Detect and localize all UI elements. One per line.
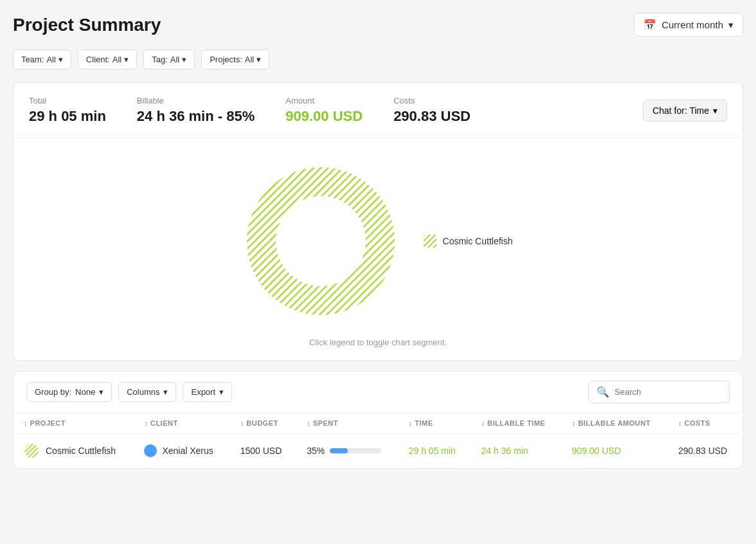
chat-button[interactable]: Chat for: Time ▾ — [643, 100, 727, 122]
svg-rect-4 — [424, 235, 437, 248]
col-project[interactable]: ↕ PROJECT — [14, 413, 134, 434]
search-icon: 🔍 — [597, 386, 609, 398]
projects-table: ↕ PROJECT ↕ CLIENT ↕ BUDGET ↕ SPENT ↕ — [14, 413, 742, 468]
sort-icon: ↕ — [307, 419, 310, 427]
total-stat: Total 29 h 05 min — [29, 96, 106, 125]
client-filter-value: All — [113, 55, 122, 64]
col-billable-amount[interactable]: ↕ BILLABLE AMOUNT — [562, 413, 668, 434]
chart-legend-item[interactable]: Cosmic Cuttlefish — [424, 235, 513, 248]
costs-label: Costs — [393, 96, 471, 105]
filter-bar: Team: All ▾ Client: All ▾ Tag: All ▾ Pro… — [13, 50, 743, 69]
tag-filter[interactable]: Tag: All ▾ — [143, 50, 195, 69]
project-name: Cosmic Cuttlefish — [46, 446, 116, 456]
chevron-down-icon: ▾ — [728, 19, 734, 31]
chevron-down-icon: ▾ — [219, 387, 224, 397]
svg-point-2 — [276, 196, 366, 286]
team-filter-value: All — [46, 55, 55, 64]
chevron-down-icon: ▾ — [256, 55, 261, 64]
projects-filter-label: Projects: — [210, 55, 242, 64]
team-filter[interactable]: Team: All ▾ — [13, 50, 71, 69]
legend-icon — [424, 235, 437, 248]
project-cell: Cosmic Cuttlefish — [14, 434, 134, 468]
legend-label: Cosmic Cuttlefish — [443, 236, 513, 246]
chevron-down-icon: ▾ — [59, 55, 63, 64]
chevron-down-icon: ▾ — [182, 55, 186, 64]
chevron-down-icon: ▾ — [99, 387, 104, 397]
client-filter[interactable]: Client: All ▾ — [78, 50, 137, 69]
total-label: Total — [29, 96, 106, 105]
summary-stats: Total 29 h 05 min Billable 24 h 36 min -… — [14, 83, 742, 138]
progress-bar — [330, 448, 381, 453]
chevron-down-icon: ▾ — [124, 55, 129, 64]
sort-icon: ↕ — [572, 419, 576, 427]
amount-value: 909.00 USD — [285, 108, 363, 125]
period-label: Current month — [662, 19, 723, 30]
donut-chart[interactable] — [244, 164, 398, 318]
amount-label: Amount — [285, 96, 363, 105]
chart-hint: Click legend to toggle chart segment. — [309, 338, 447, 347]
project-icon — [24, 443, 39, 458]
sort-icon: ↕ — [144, 419, 148, 427]
table-toolbar: Group by: None ▾ Columns ▾ Export ▾ 🔍 — [14, 372, 742, 413]
sort-icon: ↕ — [240, 419, 244, 427]
chat-button-label: Chat for: Time — [652, 105, 709, 116]
svg-point-6 — [24, 444, 39, 458]
budget-cell: 1500 USD — [230, 434, 296, 468]
search-box[interactable]: 🔍 — [588, 381, 730, 403]
tag-filter-value: All — [170, 55, 179, 64]
amount-stat: Amount 909.00 USD — [285, 96, 363, 125]
chevron-down-icon: ▾ — [713, 105, 717, 116]
client-avatar — [144, 444, 157, 457]
chart-area: Cosmic Cuttlefish Click legend to toggle… — [14, 138, 742, 360]
spent-cell: 35% — [296, 434, 399, 468]
projects-filter-value: All — [245, 55, 254, 64]
costs-stat: Costs 290.83 USD — [393, 96, 471, 125]
search-input[interactable] — [615, 387, 721, 397]
client-cell: Xenial Xerus — [134, 434, 230, 468]
calendar-icon: 📅 — [644, 19, 656, 31]
sort-icon: ↕ — [409, 419, 413, 427]
columns-button[interactable]: Columns ▾ — [118, 382, 176, 402]
costs-cell: 290.83 USD — [668, 434, 742, 468]
projects-filter[interactable]: Projects: All ▾ — [201, 50, 269, 69]
table-header: ↕ PROJECT ↕ CLIENT ↕ BUDGET ↕ SPENT ↕ — [14, 413, 742, 434]
total-value: 29 h 05 min — [29, 108, 106, 125]
col-costs[interactable]: ↕ COSTS — [668, 413, 742, 434]
billable-amount-cell: 909.00 USD — [562, 434, 668, 468]
export-button[interactable]: Export ▾ — [183, 382, 232, 402]
billable-stat: Billable 24 h 36 min - 85% — [137, 96, 255, 125]
col-time[interactable]: ↕ TIME — [399, 413, 471, 434]
sort-icon: ↕ — [678, 419, 682, 427]
col-client[interactable]: ↕ CLIENT — [134, 413, 230, 434]
tag-filter-label: Tag: — [152, 55, 168, 64]
billable-time-cell: 24 h 36 min — [471, 434, 561, 468]
sort-icon: ↕ — [24, 419, 28, 427]
chart-wrapper: Cosmic Cuttlefish — [244, 164, 513, 318]
client-filter-label: Client: — [86, 55, 110, 64]
table-row: Cosmic Cuttlefish Xenial Xerus 1500 USD … — [14, 434, 742, 468]
chevron-down-icon: ▾ — [163, 387, 168, 397]
period-selector[interactable]: 📅 Current month ▾ — [634, 13, 743, 37]
billable-value: 24 h 36 min - 85% — [137, 108, 255, 125]
billable-label: Billable — [137, 96, 255, 105]
costs-value: 290.83 USD — [393, 108, 471, 125]
client-name: Xenial Xerus — [162, 446, 213, 456]
table-card: Group by: None ▾ Columns ▾ Export ▾ 🔍 ↕ … — [13, 371, 743, 469]
page-header: Project Summary 📅 Current month ▾ — [13, 13, 743, 37]
table-body: Cosmic Cuttlefish Xenial Xerus 1500 USD … — [14, 434, 742, 468]
export-label: Export — [191, 387, 215, 397]
page-title: Project Summary — [13, 15, 161, 35]
team-filter-label: Team: — [21, 55, 44, 64]
columns-label: Columns — [127, 387, 159, 397]
summary-card: Total 29 h 05 min Billable 24 h 36 min -… — [13, 82, 743, 361]
group-by-label: Group by: — [35, 387, 71, 397]
col-budget[interactable]: ↕ BUDGET — [230, 413, 296, 434]
sort-icon: ↕ — [481, 419, 485, 427]
time-cell: 29 h 05 min — [399, 434, 471, 468]
col-billable-time[interactable]: ↕ BILLABLE TIME — [471, 413, 561, 434]
group-by-value: None — [75, 387, 95, 397]
group-by-button[interactable]: Group by: None ▾ — [26, 382, 112, 402]
spent-pct: 35% — [307, 446, 325, 456]
col-spent[interactable]: ↕ SPENT — [296, 413, 399, 434]
